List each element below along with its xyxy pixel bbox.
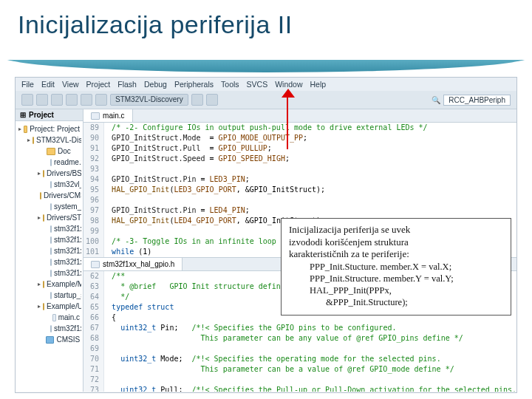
menu-flash[interactable]: Flash [117, 80, 137, 89]
tree-item[interactable]: ▸Example/MDK-ARM [17, 279, 81, 290]
new-file-icon[interactable] [21, 94, 33, 106]
menu-view[interactable]: View [62, 80, 79, 89]
tree-item[interactable]: startup_stm32f100xb.s [17, 290, 81, 301]
tree-item[interactable]: readme.txt [17, 157, 81, 168]
tree-item[interactable]: stm32f1xx_hal_gpio.c [17, 245, 81, 256]
h-file-icon [91, 261, 100, 268]
callout-text: Inicijalizacija periferija se uvek [289, 224, 503, 236]
target-selector[interactable]: STM32VL-Discovery [110, 94, 188, 106]
slide-title: Inicijalizacija periferija II [0, 0, 532, 60]
tree-item[interactable]: system_stm32f1xx.c [17, 201, 81, 212]
menu-tools[interactable]: Tools [221, 80, 239, 89]
project-sidebar: ⊞ Project ▸Project: Project▸STM32VL-Disc… [16, 109, 83, 392]
menu-help[interactable]: Help [310, 80, 327, 89]
menubar: FileEditViewProjectFlashDebugPeripherals… [16, 78, 516, 91]
tab-label: stm32f1xx_hal_gpio.h [103, 260, 174, 268]
tree-item[interactable]: ▸Example/User [17, 301, 81, 312]
menu-svcs[interactable]: SVCS [247, 80, 268, 89]
menu-file[interactable]: File [21, 80, 34, 89]
save-icon[interactable] [51, 94, 63, 106]
annotation-callout: Inicijalizacija periferija se uvek izvod… [281, 218, 511, 316]
tree-item[interactable]: CMSIS [17, 334, 81, 345]
pin-icon[interactable]: ⊞ [20, 111, 26, 119]
tab-label: main.c [103, 112, 124, 120]
tree-item[interactable]: main.c [17, 312, 81, 323]
download-icon[interactable] [95, 94, 107, 106]
tree-item[interactable]: ▸Project: Project [17, 123, 81, 134]
c-file-icon [91, 112, 100, 120]
tree-item[interactable]: ▸Drivers/STM32F1xx_HAL_Driver [17, 212, 81, 223]
tree-item[interactable]: stm32f1xx_hal_rcc_ex.c [17, 267, 81, 279]
tree-item[interactable]: stm32f1xx_it.c [17, 323, 81, 334]
tree-item[interactable]: stm32f1xx_hal.c [17, 223, 81, 234]
open-icon[interactable] [36, 94, 48, 106]
tab-gpio-header[interactable]: stm32f1xx_hal_gpio.h [83, 258, 183, 270]
options-icon[interactable] [191, 94, 203, 106]
project-tree[interactable]: ▸Project: Project▸STM32VL-DiscoveryDocre… [16, 121, 83, 347]
callout-code: HAL_PPP_Init(PPPx, [289, 284, 503, 296]
tree-item[interactable]: Drivers/CMSIS [17, 190, 81, 201]
tree-item[interactable]: ▸Drivers/BSP/STM32VL-Discovery [17, 168, 81, 179]
tree-item[interactable]: stm32f1xx_hal_cortex.c [17, 234, 81, 245]
editor-tabs: main.c [83, 109, 516, 123]
callout-code: PPP_Init.Structure. member.Y = val.Y; [289, 273, 503, 284]
tree-item[interactable]: stm32f1xx_hal_rcc.c [17, 256, 81, 267]
toolbar: STM32VL-Discovery 🔍 RCC_AHBPeriph [16, 91, 516, 109]
project-panel-title: ⊞ Project [16, 109, 83, 121]
debug-icon[interactable] [206, 94, 218, 106]
callout-text: izvododi korišćenjem struktura [289, 236, 503, 249]
tree-item[interactable]: Doc [17, 146, 81, 157]
tab-main-c[interactable]: main.c [83, 109, 132, 122]
rebuild-icon[interactable] [81, 94, 92, 106]
search-box: 🔍 RCC_AHBPeriph [432, 95, 511, 106]
callout-code: &PPP_Init.Structure); [289, 296, 503, 308]
tree-item[interactable]: ▸STM32VL-Discovery [17, 134, 81, 146]
callout-code: PPP_Init.Stucture. member.X = val.X; [289, 261, 503, 273]
menu-project[interactable]: Project [86, 80, 111, 89]
build-icon[interactable] [66, 94, 78, 106]
callout-text: karakterističnih za te periferije: [289, 248, 503, 261]
menu-peripherals[interactable]: Peripherals [174, 80, 214, 89]
annotation-arrowhead-icon [282, 89, 295, 98]
menu-edit[interactable]: Edit [41, 80, 55, 89]
project-panel-label: Project [29, 111, 54, 119]
search-input[interactable]: RCC_AHBPeriph [443, 95, 511, 106]
search-icon: 🔍 [432, 96, 440, 104]
annotation-arrow [287, 95, 288, 149]
tree-item[interactable]: stm32vl_discovery.c [17, 179, 81, 190]
menu-window[interactable]: Window [275, 80, 302, 89]
menu-debug[interactable]: Debug [144, 80, 167, 89]
